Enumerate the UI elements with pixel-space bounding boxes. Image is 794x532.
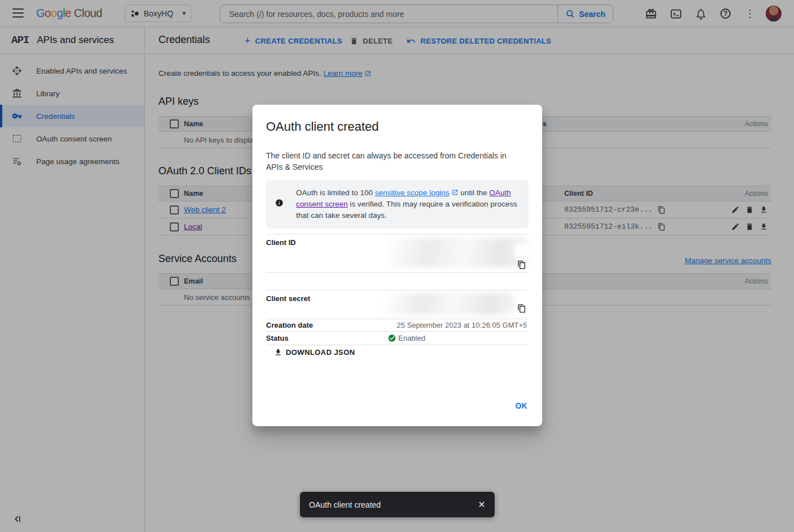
sensitive-scope-logins-link[interactable]: sensitive scope logins bbox=[375, 188, 449, 197]
creation-date-label: Creation date bbox=[266, 321, 313, 329]
client-secret-label: Client secret bbox=[266, 294, 310, 303]
toast-notification: OAuth client created ✕ bbox=[300, 492, 495, 517]
ok-button[interactable]: OK bbox=[515, 401, 527, 410]
client-secret-redacted-value bbox=[384, 293, 514, 315]
spacer-row bbox=[266, 272, 529, 290]
toast-message: OAuth client created bbox=[309, 500, 381, 509]
dialog-fields: Client ID Client secret Creation date 25… bbox=[266, 234, 529, 345]
download-json-button[interactable]: DOWNLOAD JSON bbox=[274, 348, 355, 357]
client-id-row: Client ID bbox=[266, 234, 529, 272]
notice-text: OAuth is limited to 100 sensitive scope … bbox=[296, 187, 518, 221]
check-circle-icon bbox=[388, 334, 396, 342]
status-label: Status bbox=[266, 334, 289, 342]
google-cloud-console: Google Cloud BoxyHQ ▾ Search ? bbox=[0, 0, 794, 532]
dialog-title: OAuth client created bbox=[266, 119, 379, 134]
client-id-redacted-value bbox=[514, 243, 533, 258]
oauth-client-created-dialog: OAuth client created The client ID and s… bbox=[252, 105, 542, 426]
copy-icon[interactable] bbox=[517, 260, 526, 269]
copy-icon[interactable] bbox=[517, 304, 526, 313]
client-secret-row: Client secret bbox=[266, 290, 529, 319]
oauth-limit-notice: OAuth is limited to 100 sensitive scope … bbox=[266, 180, 529, 229]
creation-date-row: Creation date 25 September 2023 at 10:26… bbox=[266, 319, 529, 331]
info-icon bbox=[275, 199, 284, 207]
external-link-icon bbox=[452, 189, 458, 196]
close-icon[interactable]: ✕ bbox=[478, 499, 486, 510]
client-id-redacted-value bbox=[386, 238, 529, 267]
download-icon bbox=[274, 348, 282, 357]
status-value: Enabled bbox=[398, 334, 426, 342]
client-id-label: Client ID bbox=[266, 238, 296, 247]
dialog-subtitle: The client ID and secret can always be a… bbox=[266, 150, 521, 173]
creation-date-value: 25 September 2023 at 10:26:05 GMT+5 bbox=[397, 321, 527, 329]
status-row: Status Enabled bbox=[266, 331, 529, 345]
